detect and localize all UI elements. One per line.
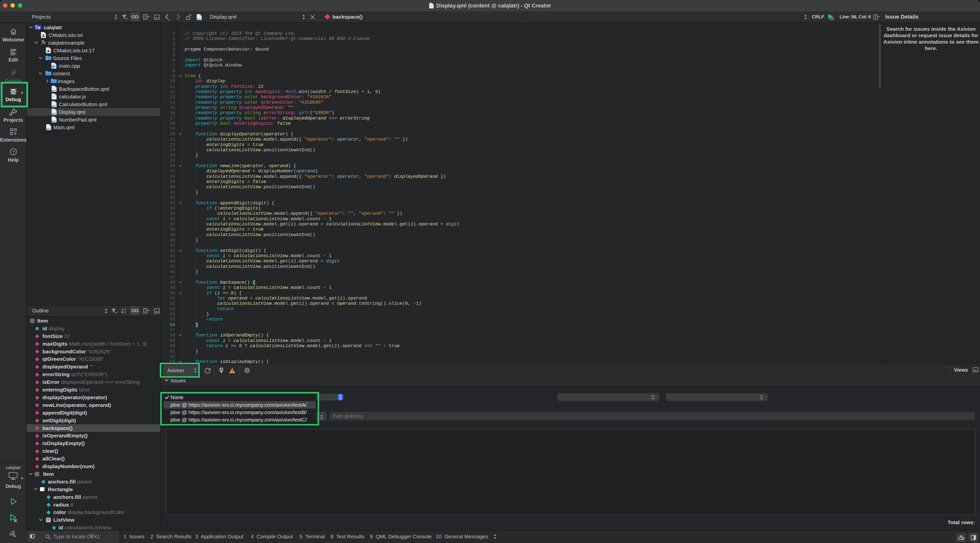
svg-text:qml: qml xyxy=(52,112,56,115)
svg-text:Z: Z xyxy=(124,311,126,314)
svg-text:qml: qml xyxy=(52,120,56,122)
svg-text:A: A xyxy=(124,308,126,311)
svg-text:?: ? xyxy=(12,150,14,154)
svg-text:C: C xyxy=(52,65,54,68)
svg-text:qml: qml xyxy=(46,127,50,130)
svg-text:C: C xyxy=(46,57,48,60)
svg-text:qml: qml xyxy=(197,17,201,20)
svg-text:qml: qml xyxy=(52,105,56,107)
svg-text:qml: qml xyxy=(52,89,56,92)
